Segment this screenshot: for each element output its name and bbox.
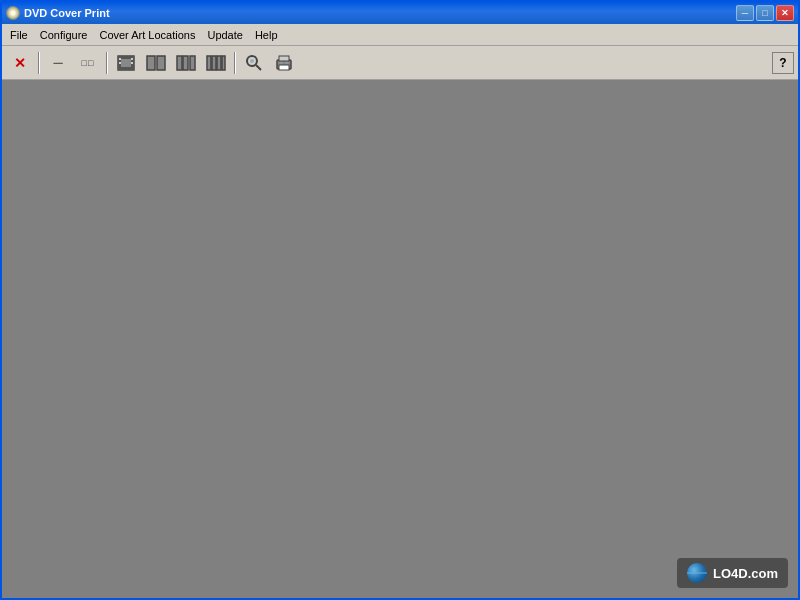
toolbar-view3-button[interactable] [172, 50, 200, 76]
view2-icon [146, 54, 166, 72]
svg-rect-25 [280, 62, 283, 64]
toolbar-view1-button[interactable] [112, 50, 140, 76]
help-icon: ? [779, 56, 786, 70]
svg-rect-16 [212, 56, 216, 70]
menu-bar: File Configure Cover Art Locations Updat… [2, 24, 798, 46]
app-icon [6, 6, 20, 20]
svg-rect-24 [279, 65, 289, 70]
toolbar-print-button[interactable] [270, 50, 298, 76]
svg-rect-13 [183, 56, 188, 70]
svg-rect-15 [207, 56, 211, 70]
view4-icon [206, 54, 226, 72]
toolbar-minimize-button[interactable]: ─ [44, 50, 72, 76]
close-button[interactable]: ✕ [776, 5, 794, 21]
globe-icon [687, 563, 707, 583]
toolbar-search-button[interactable] [240, 50, 268, 76]
toolbar-view2-button[interactable] [142, 50, 170, 76]
svg-rect-9 [131, 62, 133, 64]
svg-rect-5 [119, 58, 121, 60]
toolbar-help-button[interactable]: ? [772, 52, 794, 74]
view3-icon [176, 54, 196, 72]
svg-line-20 [256, 65, 261, 70]
svg-rect-11 [157, 56, 165, 70]
toolbar-separator-1 [38, 52, 40, 74]
svg-rect-8 [131, 58, 133, 60]
toolbar-separator-2 [106, 52, 108, 74]
toolbar-options-button[interactable]: □□ [74, 50, 102, 76]
menu-configure[interactable]: Configure [34, 27, 94, 43]
menu-file[interactable]: File [4, 27, 34, 43]
watermark-text: LO4D.com [713, 566, 778, 581]
svg-rect-10 [147, 56, 155, 70]
restore-button[interactable]: □ [756, 5, 774, 21]
toolbar-separator-3 [234, 52, 236, 74]
title-bar: DVD Cover Print ─ □ ✕ [2, 2, 798, 24]
view1-icon [116, 54, 136, 72]
menu-update[interactable]: Update [201, 27, 248, 43]
title-bar-left: DVD Cover Print [6, 6, 110, 20]
window-controls: ─ □ ✕ [736, 5, 794, 21]
main-window: DVD Cover Print ─ □ ✕ File Configure Cov… [0, 0, 800, 600]
toolbar-view4-button[interactable] [202, 50, 230, 76]
search-icon [244, 53, 264, 73]
toolbar-close-button[interactable]: ✕ [6, 50, 34, 76]
menu-help[interactable]: Help [249, 27, 284, 43]
svg-point-21 [250, 59, 254, 63]
watermark: LO4D.com [677, 558, 788, 588]
svg-rect-6 [119, 62, 121, 64]
svg-rect-18 [222, 56, 225, 70]
svg-rect-23 [279, 56, 289, 61]
menu-cover-art-locations[interactable]: Cover Art Locations [93, 27, 201, 43]
svg-rect-4 [118, 67, 134, 70]
minimize-button[interactable]: ─ [736, 5, 754, 21]
minus-icon: ─ [53, 55, 62, 70]
svg-rect-17 [217, 56, 221, 70]
x-icon: ✕ [14, 55, 26, 71]
svg-rect-26 [285, 62, 288, 64]
print-icon [274, 53, 294, 73]
window-title: DVD Cover Print [24, 7, 110, 19]
svg-rect-14 [190, 56, 195, 70]
toolbar: ✕ ─ □□ [2, 46, 798, 80]
main-content-area: LO4D.com [2, 80, 798, 598]
options-icon: □□ [82, 58, 95, 68]
svg-rect-12 [177, 56, 182, 70]
